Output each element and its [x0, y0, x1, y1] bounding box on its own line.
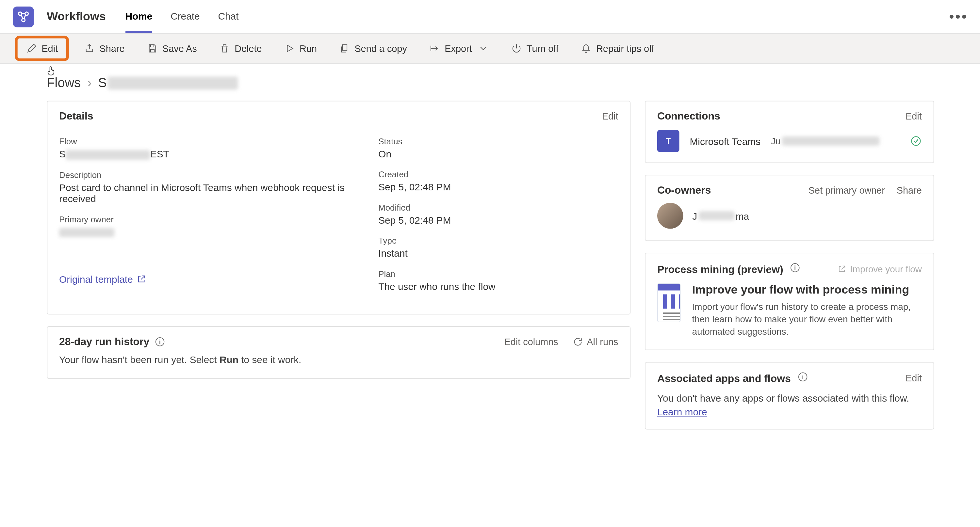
header-tabs: Home Create Chat [125, 0, 239, 33]
run-button[interactable]: Run [280, 40, 321, 57]
delete-button-label: Delete [235, 43, 262, 54]
save-as-button-label: Save As [162, 43, 197, 54]
share-icon [84, 43, 95, 54]
process-mining-title: Process mining (preview) i [657, 262, 800, 276]
flow-label: Flow [59, 137, 352, 146]
tab-create[interactable]: Create [170, 0, 200, 33]
breadcrumb-current: S [98, 75, 238, 90]
improve-your-flow-link[interactable]: Improve your flow [837, 264, 922, 274]
details-title: Details [59, 110, 93, 122]
copy-icon [339, 43, 350, 54]
all-runs-link[interactable]: All runs [572, 337, 618, 347]
app-header: Workflows Home Create Chat ••• [0, 0, 980, 33]
redacted-text [59, 228, 115, 237]
edit-columns-link[interactable]: Edit columns [504, 337, 558, 347]
repair-tips-off-button[interactable]: Repair tips off [577, 40, 658, 57]
run-history-title: 28-day run history i [59, 336, 165, 348]
coowners-share-link[interactable]: Share [897, 185, 922, 195]
trash-icon [219, 43, 230, 54]
all-runs-label: All runs [587, 337, 618, 347]
coowner-row[interactable]: J ma [646, 198, 934, 240]
edit-button[interactable]: Edit [18, 39, 66, 58]
modified-label: Modified [378, 203, 618, 213]
save-as-button[interactable]: Save As [143, 40, 201, 57]
checkmark-circle-icon [910, 135, 922, 147]
export-button[interactable]: Export [425, 40, 493, 57]
svg-text:i: i [794, 265, 796, 271]
main-content: Details Edit Flow SEST Description Post … [0, 96, 980, 449]
info-icon[interactable]: i [790, 262, 800, 273]
associated-card: Associated apps and flows i Edit You don… [645, 362, 934, 429]
send-copy-button[interactable]: Send a copy [335, 40, 411, 57]
breadcrumb-root[interactable]: Flows [47, 75, 81, 90]
plan-value: The user who runs the flow [378, 281, 618, 292]
set-primary-owner-link[interactable]: Set primary owner [808, 185, 885, 195]
status-label: Status [378, 137, 618, 146]
share-button[interactable]: Share [80, 40, 129, 57]
associated-title: Associated apps and flows i [657, 371, 808, 385]
original-template-label: Original template [59, 273, 133, 284]
type-label: Type [378, 236, 618, 246]
connections-edit-link[interactable]: Edit [905, 111, 922, 121]
app-brand: Workflows [47, 10, 105, 24]
repair-tips-off-button-label: Repair tips off [596, 43, 654, 54]
tab-home[interactable]: Home [125, 0, 152, 33]
primary-owner-value [59, 226, 352, 237]
tab-chat[interactable]: Chat [218, 0, 239, 33]
info-icon[interactable]: i [797, 371, 808, 382]
chevron-down-icon [478, 43, 489, 54]
edit-button-label: Edit [41, 43, 58, 54]
refresh-icon [572, 337, 583, 347]
app-logo [13, 6, 34, 27]
breadcrumb-current-prefix: S [98, 75, 107, 90]
breadcrumb: Flows › S [0, 63, 980, 96]
breadcrumb-separator: › [87, 75, 91, 90]
learn-more-link[interactable]: Learn more [646, 406, 719, 429]
coowners-title: Co-owners [657, 184, 711, 196]
connections-title: Connections [657, 110, 720, 122]
more-icon[interactable]: ••• [949, 8, 968, 25]
associated-edit-link[interactable]: Edit [905, 373, 922, 383]
svg-text:i: i [159, 339, 161, 345]
connection-account-prefix: Ju [771, 136, 780, 146]
run-history-msg-bold: Run [220, 354, 239, 365]
workflows-icon [17, 10, 30, 23]
process-mining-desc: Import your flow's run history to create… [692, 301, 921, 338]
flow-value-prefix: S [59, 148, 66, 159]
command-bar: Edit Share Save As Delete Run Send a cop… [0, 33, 980, 63]
delete-button[interactable]: Delete [215, 40, 266, 57]
left-column: Details Edit Flow SEST Description Post … [47, 100, 630, 379]
right-column: Connections Edit T Microsoft Teams Ju Co… [645, 100, 934, 429]
run-button-label: Run [299, 43, 317, 54]
created-value: Sep 5, 02:48 PM [378, 181, 618, 192]
run-history-msg-post: to see it work. [239, 354, 301, 365]
info-icon[interactable]: i [154, 337, 165, 347]
redacted-text [108, 76, 238, 89]
coowners-card: Co-owners Set primary owner Share J ma [645, 175, 934, 241]
modified-value: Sep 5, 02:48 PM [378, 214, 618, 225]
flow-value-suffix: EST [150, 148, 169, 159]
associated-title-text: Associated apps and flows [657, 373, 791, 384]
connection-row[interactable]: T Microsoft Teams Ju [646, 124, 934, 162]
connections-card: Connections Edit T Microsoft Teams Ju [645, 100, 934, 163]
coowner-name: J ma [692, 210, 749, 221]
open-new-window-icon [137, 274, 147, 284]
export-button-label: Export [445, 43, 472, 54]
primary-owner-label: Primary owner [59, 214, 352, 224]
flow-value: SEST [59, 148, 352, 160]
run-history-title-text: 28-day run history [59, 336, 149, 348]
run-history-card: 28-day run history i Edit columns All ru… [47, 326, 630, 379]
play-icon [284, 43, 295, 54]
created-label: Created [378, 170, 618, 179]
details-edit-link[interactable]: Edit [602, 111, 618, 121]
open-new-window-icon [837, 265, 846, 274]
avatar [657, 203, 683, 229]
details-card: Details Edit Flow SEST Description Post … [47, 100, 630, 314]
turn-off-button[interactable]: Turn off [507, 40, 562, 57]
process-mining-headline: Improve your flow with process mining [692, 283, 921, 297]
turn-off-button-label: Turn off [527, 43, 558, 54]
bell-icon [581, 43, 592, 54]
pencil-icon [26, 43, 37, 54]
coowner-name-suffix: ma [736, 210, 749, 221]
original-template-link[interactable]: Original template [59, 273, 146, 284]
